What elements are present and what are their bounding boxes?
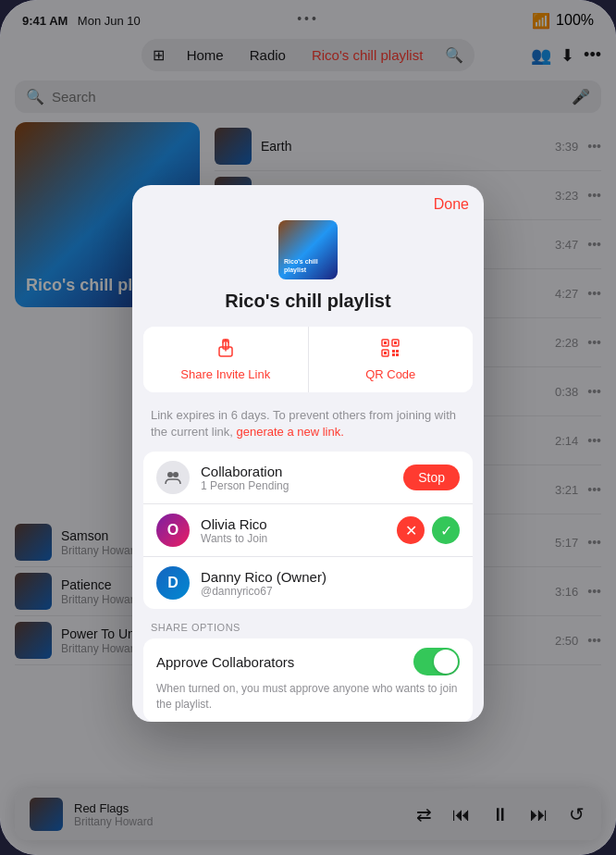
approve-collaborators-row: Approve Collaborators [156, 648, 460, 675]
avatar-danny: D [156, 566, 190, 600]
person-row-olivia: O Olivia Rico Wants to Join ✕ ✓ [143, 504, 473, 557]
share-invite-label: Share Invite Link [180, 367, 270, 381]
collaboration-icon [156, 461, 190, 494]
approve-collaborators-label: Approve Collaborators [156, 654, 294, 670]
done-button[interactable]: Done [434, 196, 469, 213]
collaboration-info: Collaboration 1 Person Pending [201, 464, 403, 492]
share-modal: Done Rico's chill playlist Rico's chill … [132, 185, 484, 722]
svg-rect-3 [384, 341, 387, 344]
qr-code-icon [380, 338, 400, 364]
collaboration-section: Collaboration 1 Person Pending Stop O Ol… [143, 452, 473, 609]
svg-rect-11 [396, 353, 399, 356]
qr-code-label: QR Code [365, 367, 415, 381]
person-name-danny: Danny Rico (Owner) [201, 569, 460, 585]
share-options-label: SHARE OPTIONS [132, 609, 484, 638]
stop-collaboration-button[interactable]: Stop [403, 465, 460, 490]
ipad-screen: 9:41 AM Mon Jun 10 ••• 📶 100% ⊞ Home Rad… [0, 0, 616, 855]
person-handle-danny: @dannyrico67 [201, 585, 460, 598]
share-options-card: Approve Collaborators When turned on, yo… [143, 638, 473, 722]
modal-overlay: Done Rico's chill playlist Rico's chill … [0, 0, 616, 855]
avatar-olivia: O [156, 514, 190, 547]
svg-rect-7 [384, 352, 387, 354]
expiry-notice: Link expires in 6 days. To prevent other… [132, 403, 484, 452]
approve-collaborators-description: When turned on, you must approve anyone … [156, 681, 460, 712]
person-name-olivia: Olivia Rico [201, 516, 397, 532]
svg-point-12 [167, 472, 173, 477]
svg-rect-9 [396, 350, 399, 353]
collaboration-subtitle: 1 Person Pending [201, 479, 403, 492]
share-icon [216, 338, 236, 364]
modal-thumb-text: Rico's chill playlist [284, 258, 332, 274]
share-invite-link-button[interactable]: Share Invite Link [143, 327, 309, 392]
collaboration-header: Collaboration 1 Person Pending Stop [143, 452, 473, 504]
svg-rect-8 [392, 350, 395, 353]
person-info-danny: Danny Rico (Owner) @dannyrico67 [201, 569, 460, 598]
person-actions-olivia: ✕ ✓ [397, 516, 460, 544]
svg-rect-10 [392, 353, 395, 356]
modal-album-thumbnail: Rico's chill playlist [278, 220, 338, 279]
svg-point-13 [173, 472, 179, 477]
modal-album-art-container: Rico's chill playlist [132, 217, 484, 291]
person-info-olivia: Olivia Rico Wants to Join [201, 516, 397, 545]
svg-rect-5 [394, 341, 397, 344]
modal-header: Done [132, 185, 484, 217]
generate-new-link[interactable]: generate a new link. [237, 425, 344, 439]
share-buttons-row: Share Invite Link [143, 327, 473, 392]
collaboration-title: Collaboration [201, 464, 403, 479]
approve-collaborators-toggle[interactable] [413, 648, 460, 675]
person-row-danny: D Danny Rico (Owner) @dannyrico67 [143, 557, 473, 609]
modal-playlist-title: Rico's chill playlist [132, 291, 484, 327]
qr-code-button[interactable]: QR Code [309, 327, 474, 392]
reject-olivia-button[interactable]: ✕ [397, 516, 425, 544]
accept-olivia-button[interactable]: ✓ [432, 516, 460, 544]
person-status-olivia: Wants to Join [201, 532, 397, 545]
